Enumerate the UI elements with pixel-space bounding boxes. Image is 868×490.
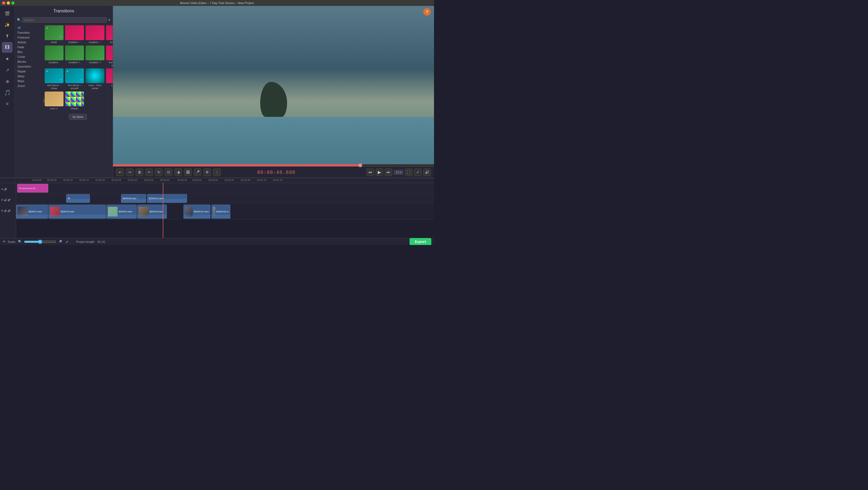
timeline-ruler: 00:00:00 00:00:05 00:00:10 00:00:15 00:0… — [0, 178, 434, 183]
clip-journey[interactable]: Tʀ Journey to Ke — [17, 184, 48, 193]
category-ripple[interactable]: Ripple — [15, 69, 43, 74]
clip-bdmv16[interactable]: BDMV16.m — [212, 205, 230, 219]
transition-gradient-down[interactable]: Gradient ↓ — [45, 46, 63, 67]
ruler-mark: 00:01:10 — [257, 179, 267, 181]
preview-progress-thumb[interactable] — [359, 164, 362, 167]
category-all[interactable]: All — [15, 25, 43, 30]
image-button[interactable]: 🖼 — [184, 169, 192, 176]
scale-slider[interactable] — [24, 240, 56, 244]
cut-button[interactable]: ✂ — [145, 169, 153, 176]
transition-gradient-nw[interactable]: Gradient ↖ — [65, 46, 84, 67]
transition-lens-sw[interactable]: Lens ↙ — [45, 91, 63, 110]
track-audio-icon[interactable]: 🔊 — [4, 199, 7, 201]
category-blur[interactable]: Blur — [15, 50, 43, 54]
transition-gradient-ne[interactable]: Gradient ↗ — [86, 46, 104, 67]
toolbar-equalizer[interactable]: ≡ — [2, 98, 13, 109]
transitions-title: Transitions — [15, 6, 113, 16]
track-link-icon[interactable]: 🔗 — [4, 188, 7, 191]
transition-mosaic[interactable]: Mosaic — [65, 91, 84, 110]
toolbar-transitions[interactable]: 🎞 — [2, 42, 13, 53]
toolbar-magic[interactable]: ✨ — [2, 19, 13, 30]
transition-kenburns-sharp[interactable]: Ken Burns – sharp — [45, 68, 63, 90]
category-zoom[interactable]: Zoom — [15, 83, 43, 88]
toolbar-titles[interactable]: T — [2, 31, 13, 41]
toolbar-audio[interactable]: 🎵 — [2, 87, 13, 98]
volume-button[interactable]: 🔊 — [423, 169, 431, 176]
toolbar-motion[interactable]: ↗ — [2, 65, 13, 76]
clip-bdmv5[interactable]: BDMV5.mov — [106, 205, 137, 219]
help-button[interactable]: ? — [423, 8, 431, 16]
category-artistic[interactable]: Artistic — [15, 40, 43, 45]
add-track-button[interactable]: + — [3, 239, 6, 244]
settings-button[interactable]: ⚙ — [204, 169, 211, 176]
category-fade[interactable]: Fade — [15, 45, 43, 50]
track-eye-icon-2[interactable]: 👁 — [1, 199, 3, 201]
toolbar-filters[interactable]: ★ — [2, 53, 13, 64]
scale-expand-icon[interactable]: ⤢ — [65, 240, 69, 244]
transition-flash[interactable]: Flash — [45, 25, 63, 44]
delete-button[interactable]: 🗑 — [135, 169, 143, 176]
clip-bdmv9[interactable]: BDMV9.mov — [137, 205, 167, 219]
close-search-icon[interactable]: ✕ — [108, 18, 111, 22]
transition-kenburns-smooth[interactable]: Ken Burns – smooth — [65, 68, 84, 90]
transition-label: Lens – from center — [86, 84, 104, 90]
transition-label: Mosaic — [71, 107, 79, 110]
color-button[interactable]: ◑ — [174, 169, 182, 176]
clip-bdmv6[interactable]: BDMV6.mov — [121, 194, 146, 203]
store-button[interactable]: 🛍 Store — [69, 114, 87, 120]
category-geometric[interactable]: Geometric — [15, 64, 43, 69]
play-button[interactable]: ▶ — [376, 169, 383, 176]
clip-bdmv2[interactable]: BDMV2.mov — [49, 205, 106, 219]
timeline-left-controls: 👁 🔗 👁 🔊 🔗 👁 🔊 🔗 — [0, 183, 16, 238]
toolbar-media[interactable]: 🎬 — [2, 8, 13, 19]
maximize-button[interactable] — [11, 1, 14, 5]
track-link-icon-3[interactable]: 🔗 — [7, 209, 10, 212]
project-length-label: Project length: 01:15 — [76, 240, 105, 243]
aspect-ratio-badge: 16:9 — [394, 170, 403, 175]
category-warp[interactable]: Warp — [15, 74, 43, 79]
export-button[interactable]: Export — [409, 238, 431, 245]
fullscreen-button[interactable]: ⛶ — [405, 169, 412, 176]
clip-bdmv15[interactable]: BDMV15.mov — [184, 205, 210, 219]
track-eye-icon-3[interactable]: 👁 — [1, 209, 3, 212]
rotate-button[interactable]: ↻ — [155, 169, 162, 176]
category-wipe[interactable]: Wipe — [15, 79, 43, 83]
category-favorites[interactable]: Favorites — [15, 30, 43, 35]
close-button[interactable] — [2, 1, 5, 5]
crop-button[interactable]: ⊡ — [165, 169, 172, 176]
track-audio-icon-2[interactable]: 🔊 — [4, 209, 7, 212]
scale-zoom-out-icon[interactable]: 🔍 — [18, 240, 22, 243]
expand-button[interactable]: ⤢ — [414, 169, 422, 176]
transition-lens-center[interactable]: Lens – from center — [86, 68, 104, 90]
category-circle[interactable]: Circle — [15, 54, 43, 59]
transition-kenburns-intense[interactable]: Ken Burns – intense — [106, 46, 113, 67]
transition-gradient-right[interactable]: Gradient → — [86, 25, 104, 44]
redo-button[interactable]: ↪ — [126, 169, 133, 176]
transition-gradient-up[interactable]: Gradient ↑ — [106, 25, 113, 44]
toolbar-overlay[interactable]: ⊕ — [2, 76, 13, 87]
transition-gradient-left[interactable]: Gradient ← — [65, 25, 84, 44]
category-blocks[interactable]: Blocks — [15, 59, 43, 64]
preview-progress-bar[interactable] — [113, 164, 434, 166]
ruler-mark: 00:00:55 — [209, 179, 218, 181]
skip-forward-button[interactable]: ⏭ — [385, 169, 392, 176]
transition-label: Ken Burns – intense — [106, 61, 113, 67]
track-link-icon-2[interactable]: 🔗 — [7, 199, 10, 201]
category-featured[interactable]: Featured — [15, 35, 43, 40]
transport-right: ⏮ ▶ ⏭ 16:9 ⛶ ⤢ 🔊 — [367, 169, 431, 176]
skip-back-button[interactable]: ⏮ — [367, 169, 374, 176]
clip-bl[interactable]: Bl — [66, 194, 90, 203]
clip-bdmv12[interactable]: BDMV12.mov — [147, 194, 187, 203]
ruler-mark: 00:00:25 — [112, 179, 121, 181]
minimize-button[interactable] — [7, 1, 10, 5]
track-row-upper: Bl BDMV6.mov BDMV12.mov — [16, 193, 434, 204]
search-input[interactable] — [22, 17, 107, 23]
track-eye-icon[interactable]: 👁 — [1, 188, 3, 191]
undo-button[interactable]: ↩ — [116, 169, 124, 176]
effects-button[interactable]: ⋮ — [213, 169, 221, 176]
clip-bdmv1[interactable]: BDMV1.mov — [16, 205, 48, 219]
playhead[interactable] — [163, 183, 163, 238]
audio-button[interactable]: 🎤 — [194, 169, 201, 176]
scale-zoom-in-icon[interactable]: 🔎 — [58, 240, 62, 243]
transition-lens-ne[interactable]: Lens ↗ — [106, 68, 113, 90]
